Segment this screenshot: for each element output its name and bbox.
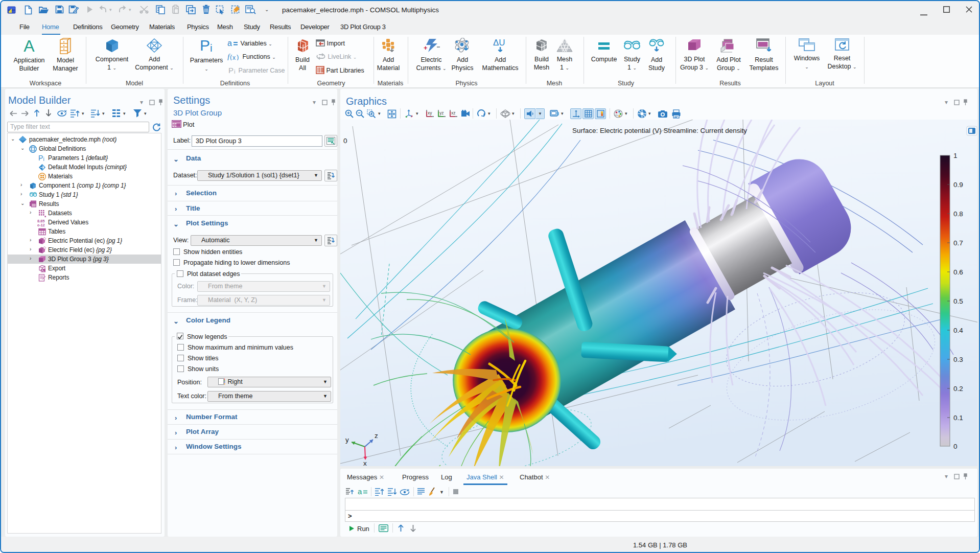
svg-text:i: i [210, 42, 213, 54]
svg-text:P: P [200, 38, 210, 54]
svg-text:i: i [43, 156, 44, 162]
svg-text:0.5: 0.5 [953, 297, 963, 305]
svg-text:x: x [363, 459, 367, 466]
svg-text:xy: xy [428, 110, 432, 116]
svg-text:0.7: 0.7 [953, 239, 963, 247]
svg-text:ΔU: ΔU [493, 38, 505, 48]
svg-text:a: a [227, 39, 232, 47]
svg-text:1: 1 [953, 152, 958, 159]
svg-text:0.1: 0.1 [953, 414, 963, 422]
svg-text:xz: xz [451, 110, 456, 116]
svg-text:i: i [234, 68, 235, 74]
svg-text:0.2: 0.2 [953, 385, 963, 393]
svg-text:+: + [424, 44, 428, 52]
svg-text:e-12: e-12 [37, 223, 45, 227]
svg-text:0.4: 0.4 [953, 327, 963, 334]
svg-text:z: z [375, 432, 378, 440]
svg-text:0.9: 0.9 [953, 181, 963, 189]
svg-text:Surface: Electric potential (V: Surface: Electric potential (V) Streamli… [572, 127, 747, 134]
svg-text:x: x [232, 54, 236, 61]
svg-text:a: a [358, 488, 362, 495]
svg-text:yz: yz [439, 110, 444, 116]
svg-text:0: 0 [953, 443, 958, 450]
svg-text:0.6: 0.6 [953, 268, 963, 276]
svg-text:0: 0 [343, 137, 347, 145]
svg-text:A: A [24, 38, 35, 54]
svg-text:0.8: 0.8 [953, 210, 963, 218]
svg-text:0.3: 0.3 [953, 356, 963, 363]
svg-text:P: P [228, 66, 234, 74]
svg-text:): ) [237, 53, 239, 60]
svg-text:y: y [345, 436, 349, 444]
svg-text:P: P [38, 154, 43, 162]
